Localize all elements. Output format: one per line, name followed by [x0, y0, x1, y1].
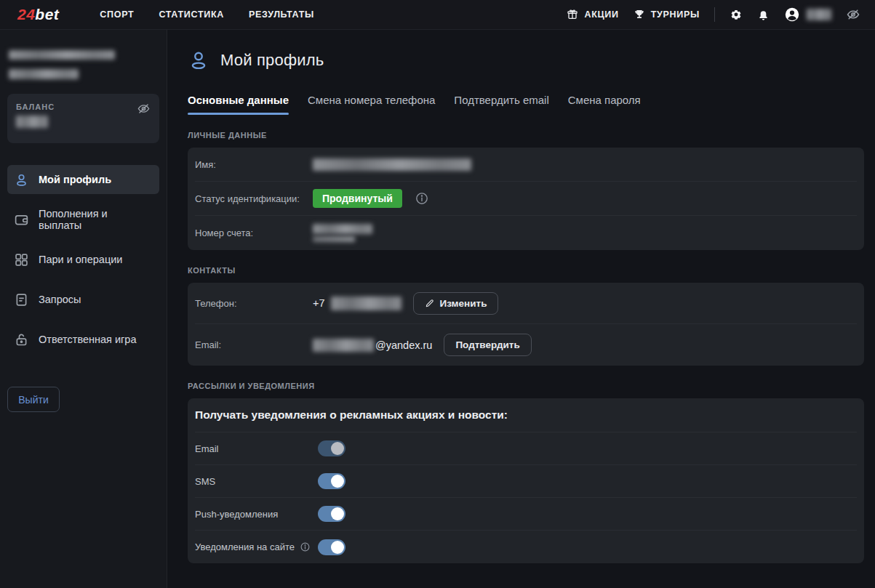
logout-button[interactable]: Выйти	[7, 387, 60, 412]
settings-button[interactable]	[730, 8, 743, 21]
profile-tabs: Основные данные Смена номера телефона По…	[188, 94, 864, 115]
user-name-line1-redacted	[9, 50, 115, 60]
tab-change-phone[interactable]: Смена номера телефона	[308, 94, 435, 115]
page-body: БАЛАНС Мой профи	[0, 30, 875, 588]
document-icon	[14, 292, 29, 307]
site-notifications-info-icon[interactable]	[300, 541, 311, 552]
site-toggle-label: Уведомления на сайте	[195, 541, 318, 552]
sidebar-item-label: Ответственная игра	[39, 334, 137, 345]
user-circle-icon	[784, 7, 800, 23]
name-row: Имя:	[195, 148, 857, 182]
phone-row: Телефон: +7 Изменить	[195, 283, 857, 324]
account-number-redacted	[313, 224, 372, 242]
hide-balance-eye-icon[interactable]	[846, 7, 860, 22]
sidebar-item-label: Пари и операции	[39, 254, 122, 265]
balance-label: БАЛАНС	[16, 102, 151, 111]
balance-card: БАЛАНС	[7, 94, 159, 143]
toggle-knob	[331, 507, 344, 520]
confirm-email-label: Подтвердить	[455, 339, 519, 350]
notifications-bell-button[interactable]	[757, 9, 770, 21]
toggle-knob	[331, 442, 344, 455]
tab-confirm-email[interactable]: Подтвердить email	[454, 94, 548, 115]
balance-eye-off-icon[interactable]	[137, 102, 151, 116]
account-number-row: Номер счета:	[195, 216, 857, 250]
sidebar-item-deposits-withdrawals[interactable]: Пополнения и выплаты	[7, 205, 159, 234]
email-notifications-row: Email	[195, 432, 857, 465]
main-content: Мой профиль Основные данные Смена номера…	[167, 30, 875, 588]
toggle-label-text: Push-уведомления	[195, 509, 278, 520]
nav-sport[interactable]: СПОРТ	[100, 9, 134, 20]
push-notifications-toggle[interactable]	[318, 506, 345, 522]
header-balance-redacted	[807, 9, 831, 20]
pencil-icon	[425, 298, 435, 308]
gift-icon	[567, 9, 578, 20]
sms-notifications-toggle[interactable]	[318, 473, 345, 489]
sidebar-item-bets-operations[interactable]: Пари и операции	[7, 245, 159, 274]
site-notifications-row: Уведомления на сайте	[195, 531, 857, 563]
topbar: 24bet СПОРТ СТАТИСТИКА РЕЗУЛЬТАТЫ АКЦИИ	[0, 0, 875, 30]
profile-person-icon	[14, 172, 29, 188]
sidebar-item-label: Мой профиль	[39, 174, 111, 185]
identification-status-label: Статус идентификации:	[195, 193, 313, 204]
logo-24: 24	[17, 6, 35, 23]
user-name-line2-redacted	[9, 69, 79, 79]
sidebar-menu: Мой профиль Пополнения и выплаты	[7, 165, 159, 354]
phone-label: Телефон:	[195, 298, 313, 309]
contacts-card: Телефон: +7 Изменить	[188, 283, 864, 366]
email-label: Email:	[195, 339, 313, 350]
app-window: 24bet СПОРТ СТАТИСТИКА РЕЗУЛЬТАТЫ АКЦИИ	[0, 0, 875, 588]
toggle-knob	[331, 541, 344, 554]
sidebar-item-responsible-gaming[interactable]: Ответственная игра	[7, 325, 159, 354]
lock-open-icon	[14, 332, 29, 347]
topbar-right: АКЦИИ ТУРНИРЫ	[567, 7, 860, 23]
email-local-part-redacted	[313, 339, 374, 352]
top-navigation: СПОРТ СТАТИСТИКА РЕЗУЛЬТАТЫ	[100, 9, 314, 20]
tab-change-password[interactable]: Смена пароля	[568, 94, 641, 115]
personal-data-card: Имя: Статус идентификации: Продвинутый	[188, 148, 864, 250]
phone-prefix: +7	[313, 297, 325, 309]
identification-status-value: Продвинутый	[313, 189, 429, 208]
toggle-label-text: Уведомления на сайте	[195, 541, 295, 552]
logo[interactable]: 24bet	[17, 6, 59, 23]
notifications-subtitle-row: Получать уведомления о рекламных акциях …	[195, 398, 857, 432]
account-number-label: Номер счета:	[195, 227, 313, 238]
nav-statistics[interactable]: СТАТИСТИКА	[159, 9, 224, 20]
confirm-email-button[interactable]: Подтвердить	[444, 334, 531, 356]
page-header: Мой профиль	[188, 49, 864, 72]
email-domain: @yandex.ru	[375, 339, 432, 351]
notifications-subtitle: Получать уведомления о рекламных акциях …	[195, 408, 508, 422]
logo-bet: bet	[35, 6, 59, 23]
notifications-card: Получать уведомления о рекламных акциях …	[188, 398, 864, 563]
tab-main-data[interactable]: Основные данные	[188, 94, 289, 115]
identification-status-row: Статус идентификации: Продвинутый	[195, 182, 857, 216]
toggle-label-text: Email	[195, 443, 219, 454]
account-number-value	[313, 224, 372, 242]
promos-label: АКЦИИ	[584, 9, 618, 20]
sidebar-item-requests[interactable]: Запросы	[7, 285, 159, 314]
site-notifications-toggle[interactable]	[318, 539, 345, 555]
wallet-icon	[14, 212, 29, 227]
section-heading-personal: ЛИЧНЫЕ ДАННЫЕ	[188, 131, 864, 140]
tournaments-link[interactable]: ТУРНИРЫ	[634, 9, 700, 20]
sms-toggle-label: SMS	[195, 476, 318, 487]
account-widget[interactable]	[784, 7, 831, 23]
nav-results[interactable]: РЕЗУЛЬТАТЫ	[249, 9, 314, 20]
section-heading-contacts: КОНТАКТЫ	[188, 266, 864, 275]
page-title-person-icon	[188, 49, 209, 72]
status-info-icon[interactable]	[415, 191, 429, 206]
edit-phone-button[interactable]: Изменить	[413, 292, 499, 315]
phone-number-redacted	[331, 297, 401, 310]
section-heading-notifications: РАССЫЛКИ И УВЕДОМЛЕНИЯ	[188, 382, 864, 390]
push-toggle-label: Push-уведомления	[195, 509, 318, 520]
email-notifications-toggle[interactable]	[318, 440, 345, 456]
tournaments-label: ТУРНИРЫ	[651, 9, 700, 20]
toggle-knob	[331, 475, 344, 488]
sidebar-item-label: Запросы	[39, 294, 81, 305]
push-notifications-row: Push-уведомления	[195, 498, 857, 531]
toggle-label-text: SMS	[195, 476, 215, 487]
edit-phone-label: Изменить	[440, 298, 487, 309]
sidebar-item-my-profile[interactable]: Мой профиль	[7, 165, 159, 194]
promos-link[interactable]: АКЦИИ	[567, 9, 618, 20]
name-value	[313, 158, 471, 171]
topbar-divider	[714, 7, 715, 22]
